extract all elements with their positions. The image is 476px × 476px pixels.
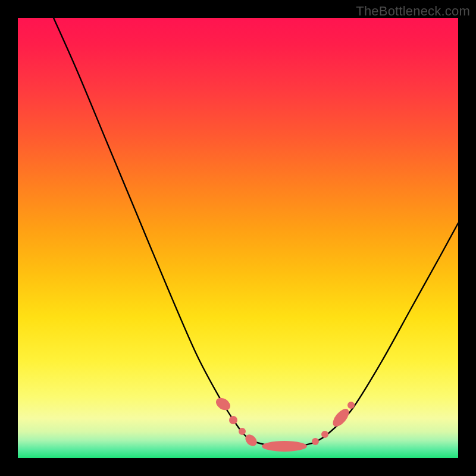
curve-marker [214,395,233,412]
curve-group [54,18,458,447]
curve-marker [262,441,307,452]
curve-svg [18,18,458,458]
curve-marker [321,431,328,438]
curve-marker [330,406,352,429]
plot-area [18,18,458,458]
marker-group [214,395,355,452]
curve-marker [347,402,355,409]
curve-marker [243,433,259,449]
curve-marker [229,416,237,424]
curve-marker [239,428,246,435]
watermark-text: TheBottleneck.com [356,4,470,19]
outer-frame: TheBottleneck.com [0,0,476,476]
bottleneck-curve [54,18,458,447]
curve-marker [312,438,319,445]
